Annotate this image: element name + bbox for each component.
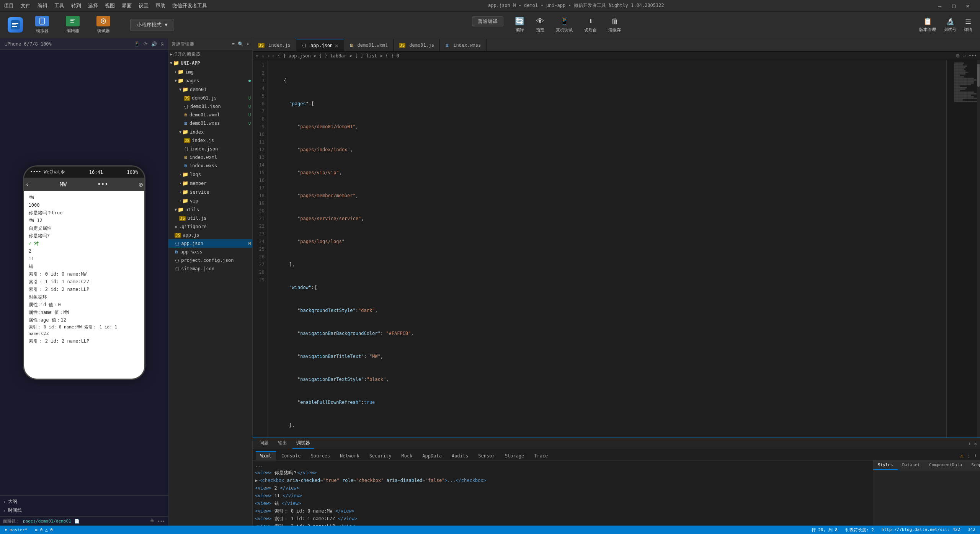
real-debug-btn[interactable]: 📱 真机调试 [556, 16, 573, 33]
clear-btn[interactable]: 🗑 清缓存 [608, 16, 621, 33]
rotate-icon[interactable]: ⟳ [144, 41, 147, 47]
editor-btn[interactable]: 编辑器 [61, 13, 84, 36]
tree-img[interactable]: › 📁 img [168, 67, 252, 76]
cut-btn[interactable]: ⬇ 切后台 [584, 16, 597, 33]
tab-mock[interactable]: Mock [397, 452, 417, 460]
tab-sources[interactable]: Sources [306, 452, 335, 460]
menu-item-project[interactable]: 项目 [4, 2, 14, 9]
tab-problems[interactable]: 问题 [256, 438, 273, 449]
tree-app-wxss[interactable]: 🗎 app.wxss [168, 248, 252, 256]
component-data-tab[interactable]: ComponentData [924, 461, 967, 470]
tab-trace[interactable]: Trace [529, 452, 552, 460]
tree-index-wxss[interactable]: 🗎 index.wxss [168, 162, 252, 170]
simulator-btn[interactable]: 模拟器 [31, 13, 54, 36]
debug-chevron-up[interactable]: ⬆ [969, 441, 971, 446]
tab-demo01-wxml[interactable]: 🗎 demo01.wxml [344, 39, 394, 51]
tree-demo01-wxss[interactable]: 🗎 demo01.wxss U [168, 119, 252, 127]
tree-demo01-js[interactable]: JS demo01.js U [168, 94, 252, 102]
tree-demo01[interactable]: ▼ 📁 demo01 [168, 85, 252, 94]
tree-app-js[interactable]: JS app.js [168, 231, 252, 239]
more-editor-icon[interactable]: ••• [969, 53, 977, 59]
explorer-icon3[interactable]: ⬇ [247, 41, 249, 47]
breadcrumb-forward-icon[interactable]: › [272, 53, 274, 59]
menu-item-devtools[interactable]: 微信开发者工具 [172, 2, 207, 9]
menu-item-settings[interactable]: 设置 [139, 2, 149, 9]
scrollbar-thumb[interactable] [977, 64, 980, 87]
tab-app-json-close[interactable]: ✕ [335, 42, 338, 49]
tab-console[interactable]: Console [277, 452, 305, 460]
debug-more[interactable]: ⋮ [967, 453, 971, 458]
tree-sitemap[interactable]: {} sitemap.json [168, 265, 252, 273]
tree-vip[interactable]: › 📁 vip [168, 196, 252, 205]
debugger-btn[interactable]: 调试器 [92, 13, 115, 36]
tab-index-js[interactable]: JS index.js [253, 39, 296, 51]
minimize-button[interactable]: — [938, 3, 941, 9]
tab-network[interactable]: Network [335, 452, 364, 460]
tab-demo01-js[interactable]: JS demo01.js [394, 39, 440, 51]
tab-debugger[interactable]: 调试器 [292, 438, 314, 449]
tree-service[interactable]: › 📁 service [168, 188, 252, 196]
menu-item-file[interactable]: 文件 [21, 2, 31, 9]
tree-index[interactable]: ▼ 📁 index [168, 127, 252, 136]
explorer-icon1[interactable]: ≡ [232, 41, 235, 47]
layout-icon[interactable]: ⊞ [963, 53, 965, 59]
explorer-icon2[interactable]: 🔍 [238, 41, 243, 47]
tree-logs[interactable]: › 📁 logs [168, 170, 252, 179]
compile-btn[interactable]: 🔄 编译 [515, 16, 524, 33]
tab-sensor[interactable]: Sensor [474, 452, 499, 460]
eye-icon[interactable]: 👁 [150, 519, 154, 524]
menu-item-help[interactable]: 帮助 [155, 2, 165, 9]
more-icon[interactable]: ••• [157, 519, 165, 524]
tab-output[interactable]: 输出 [274, 438, 291, 449]
tab-index-wxss[interactable]: 🗎 index.wxss [440, 39, 487, 51]
tree-util-js[interactable]: JS util.js [168, 214, 252, 222]
tab-security[interactable]: Security [365, 452, 396, 460]
open-editors-section[interactable]: ▶ 打开的编辑器 [168, 50, 252, 59]
split-editor-icon[interactable]: ⧉ [956, 53, 960, 59]
close-button[interactable]: ✕ [966, 3, 969, 9]
menu-item-goto[interactable]: 转到 [71, 2, 81, 9]
tab-storage[interactable]: Storage [500, 452, 529, 460]
outline-item[interactable]: › 大纲 [0, 497, 168, 506]
maximize-button[interactable]: □ [952, 3, 955, 9]
branch-label[interactable]: ♦ master* [5, 527, 28, 532]
code-content[interactable]: { "pages":[ "pages/demo01/demo01", "page… [268, 60, 946, 438]
tree-index-wxml[interactable]: 🗎 index.wxml [168, 153, 252, 162]
tab-wxml[interactable]: Wxml [256, 451, 276, 460]
menu-item-edit[interactable]: 编辑 [38, 2, 47, 9]
tab-app-json[interactable]: {} app.json ✕ [296, 39, 344, 51]
menu-item-tools[interactable]: 工具 [54, 2, 64, 9]
menu-item-view[interactable]: 视图 [105, 2, 115, 9]
copy-icon[interactable]: ⎘ [161, 41, 163, 47]
menu-item-select[interactable]: 选择 [88, 2, 98, 9]
tree-demo01-wxml[interactable]: 🗎 demo01.wxml U [168, 111, 252, 119]
tree-utils[interactable]: ▼ 📁 utils [168, 205, 252, 214]
styles-tab[interactable]: Styles [873, 461, 898, 470]
translate-selector[interactable]: 普通编译 [472, 16, 503, 33]
debug-expand[interactable]: ⬆ [974, 453, 977, 458]
tree-pages[interactable]: ▼ 📁 pages ● [168, 76, 252, 85]
preview-btn[interactable]: 👁 预览 [536, 16, 544, 33]
tree-member[interactable]: › 📁 member [168, 179, 252, 188]
project-section[interactable]: ▼ 📁 UNI-APP [168, 59, 252, 67]
breadcrumb-back-icon[interactable]: ‹ [267, 53, 270, 59]
tab-appdata[interactable]: AppData [418, 452, 446, 460]
sound-icon[interactable]: 🔊 [151, 41, 157, 47]
mode-selector[interactable]: 小程序模式 ▼ [130, 19, 174, 31]
tree-demo01-json[interactable]: {} demo01.json U [168, 102, 252, 111]
tab-audits[interactable]: Audits [447, 452, 473, 460]
tree-gitignore[interactable]: ◆ .gitignore [168, 222, 252, 231]
debug-close[interactable]: ✕ [974, 441, 977, 446]
menu-item-ui[interactable]: 界面 [122, 2, 132, 9]
editor-scrollbar[interactable] [977, 60, 980, 438]
test-btn[interactable]: 🔬 测试号 [944, 17, 956, 33]
tree-index-js[interactable]: JS index.js [168, 136, 252, 145]
version-btn[interactable]: 📋 版本管理 [919, 17, 936, 33]
timeline-item[interactable]: › 时间线 [0, 506, 168, 515]
dataset-tab[interactable]: Dataset [898, 461, 924, 470]
scope-data-tab[interactable]: ScopeData [967, 461, 980, 470]
detail-btn[interactable]: ☰ 详情 [964, 17, 972, 33]
tree-project-config[interactable]: {} project.config.json [168, 256, 252, 265]
tree-app-json[interactable]: {} app.json M [168, 239, 252, 248]
tree-index-json[interactable]: {} index.json [168, 145, 252, 153]
